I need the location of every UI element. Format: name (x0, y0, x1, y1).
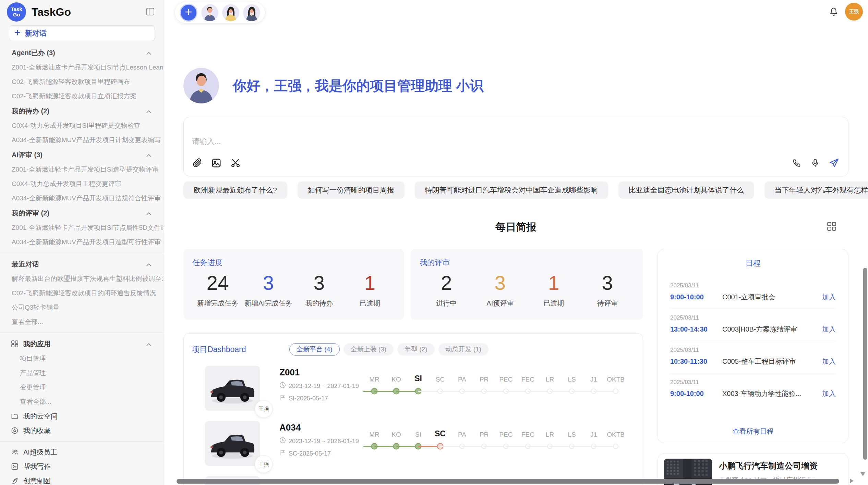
chevron-up-icon (146, 151, 152, 159)
sidebar-section-header[interactable]: 我的评审 (2) (0, 206, 163, 221)
stat-label: AI预评审 (473, 299, 527, 308)
image-button[interactable] (210, 157, 222, 170)
milestone-SC: SC (429, 371, 451, 421)
sidebar-tool-people[interactable]: AI超级员工 (0, 445, 163, 459)
schedule-time: 9:00-10:00 (670, 293, 722, 301)
dashboard-filters: 全新平台 (4)全新上装 (3)年型 (2)动总开发 (1) (289, 343, 489, 356)
scroll-right-arrow[interactable] (850, 478, 854, 483)
flag-icon (279, 394, 286, 402)
sidebar-recent-item[interactable]: 公司Q3轻卡销量 (0, 300, 163, 315)
sidebar-conversation-item[interactable]: C02-飞腾新能源轻客改款项目立项汇报方案 (0, 89, 163, 103)
dashboard-filter-pill[interactable]: 年型 (2) (397, 343, 435, 356)
sidebar-item-cloud[interactable]: 我的云空间 (0, 409, 163, 423)
sidebar-section-header-recent[interactable]: 最近对话 (0, 257, 163, 272)
stat-value: 3 (243, 270, 294, 296)
sidebar-conversation-item[interactable]: A034-全新新能源MUV产品开发项目法规符合性评审 (0, 191, 163, 206)
sidebar-conversation-item[interactable]: A034-全新新能源MUV产品开发项目计划变更表编写 (0, 133, 163, 147)
sidebar-section-header[interactable]: Agent已办 (3) (0, 45, 163, 60)
dashboard-filter-pill[interactable]: 动总开发 (1) (438, 343, 489, 356)
suggestion-chip[interactable]: 当下年轻人对汽车外观有怎样的喜好趋势 (764, 182, 868, 199)
project-row[interactable]: 王强Z0012023-12-19 ~ 2027-01-19SI-2025-05-… (184, 366, 643, 421)
sidebar-app-item[interactable]: 项目管理 (0, 351, 163, 366)
task-progress-card: 任务进度 24新增完成任务3新增AI完成任务3我的待办1已逾期 (183, 249, 404, 320)
attach-button[interactable] (191, 157, 203, 170)
sidebar-tool-feather[interactable]: 创意制图 (0, 474, 163, 485)
project-row[interactable]: 王强A0342023-12-19 ~ 2026-01-19SC-2025-05-… (184, 421, 643, 476)
milestone-PA: PA (451, 371, 473, 421)
microphone-button[interactable] (810, 158, 821, 170)
apps-view-all-link[interactable]: 查看全部... (0, 395, 163, 409)
clock-icon (279, 437, 286, 445)
suggestion-chip[interactable]: 比亚迪全固态电池计划具体说了什么 (618, 182, 754, 199)
new-chat-button[interactable]: 新对话 (9, 25, 155, 41)
scroll-down-arrow[interactable] (860, 472, 865, 476)
screenshot-button[interactable] (230, 157, 241, 170)
clock-icon (279, 382, 286, 390)
daily-brief-title: 每日简报 (183, 219, 848, 235)
vertical-scrollbar[interactable] (863, 268, 867, 460)
sidebar-my-apps-header[interactable]: 我的应用 (0, 336, 163, 351)
stat-cell: 1已逾期 (345, 270, 395, 308)
stat-value: 3 (473, 270, 527, 296)
sidebar-app-item[interactable]: 变更管理 (0, 380, 163, 395)
join-meeting-link[interactable]: 加入 (822, 389, 836, 398)
project-flag-date: SC-2025-05-17 (289, 450, 331, 457)
sidebar-collapse-button[interactable] (145, 7, 156, 18)
project-date-range: 2023-12-19 ~ 2027-01-19 (289, 383, 359, 390)
sidebar-scroll-area: Agent已办 (3)Z001-全新燃油皮卡产品开发项目SI节点Lesson L… (0, 41, 163, 485)
sidebar-conversation-item[interactable]: C0X4-动力总成开发项目SI里程碑提交物检查 (0, 119, 163, 133)
horizontal-scrollbar[interactable] (177, 479, 839, 484)
stat-cell: 2进行中 (420, 270, 473, 308)
stat-value: 3 (294, 270, 345, 296)
milestone-LR: LR (539, 426, 561, 476)
send-button[interactable] (828, 157, 840, 170)
voice-call-button[interactable] (791, 158, 802, 170)
milestone-label: MR (363, 426, 385, 438)
join-meeting-link[interactable]: 加入 (822, 357, 836, 366)
sidebar-conversation-item[interactable]: Z001-全新燃油皮卡产品开发项目SI节点Lesson Learn报告 (0, 60, 163, 75)
phone-icon (792, 158, 801, 169)
sidebar-conversation-item[interactable]: C02-飞腾新能源轻客改款项目里程碑画布 (0, 75, 163, 89)
milestone-label: PEC (495, 371, 517, 383)
content-column: 你好，王强，我是你的项目管理助理 小识 (183, 0, 848, 485)
my-review-stats: 2进行中3AI预评审1已逾期3待评审 (420, 270, 634, 308)
sidebar-conversation-item[interactable]: Z001-全新燃油轻卡产品开发项目SI造型提交物评审 (0, 162, 163, 177)
sidebar-recent-item[interactable]: 解释最新出台的欧盟报废车法规再生塑料比例被调至15%... (0, 272, 163, 286)
sidebar-conversation-item[interactable]: A034-全新新能源MUV产品开发项目造型可行性评审 (0, 235, 163, 249)
view-all-schedule-link[interactable]: 查看所有日程 (658, 427, 848, 436)
join-meeting-link[interactable]: 加入 (822, 293, 836, 302)
chat-input[interactable] (192, 137, 740, 146)
tool-label: 创意制图 (23, 476, 51, 485)
sidebar-item-star[interactable]: 我的收藏 (0, 423, 163, 438)
milestone-LR: LR (539, 371, 561, 421)
suggestion-chip[interactable]: 特朗普可能对进口汽车增税会对中国车企造成哪些影响 (415, 182, 608, 199)
project-owner-badge: 王强 (255, 455, 273, 473)
recent-view-all-link[interactable]: 查看全部... (0, 315, 163, 329)
grid-icon (11, 340, 19, 347)
sidebar-app-item[interactable]: 产品管理 (0, 366, 163, 380)
stat-cell: 3新增AI完成任务 (243, 270, 294, 308)
sidebar-recent-item[interactable]: C02-飞腾新能源轻客改款项目的闭环通告反馈情况 (0, 286, 163, 300)
sidebar-conversation-item[interactable]: Z001-全新燃油轻卡产品开发项目SI节点属性5D文件评审 (0, 221, 163, 235)
greeting-row: 你好，王强，我是你的项目管理助理 小识 (183, 0, 848, 103)
milestone-PR: PR (473, 371, 495, 421)
milestone-MR: MR (363, 371, 385, 421)
milestone-OKTB: OKTB (605, 371, 627, 421)
milestone-label: OKTB (605, 371, 627, 383)
join-meeting-link[interactable]: 加入 (822, 325, 836, 334)
layout-grid-button[interactable] (827, 222, 836, 232)
chevron-up-icon (146, 260, 152, 268)
schedule-item: 2025/03/119:00-10:00X003-车辆动力学性能验...加入 (670, 373, 836, 405)
sidebar-section-header[interactable]: AI评审 (3) (0, 147, 163, 162)
sidebar-conversation-item[interactable]: C0X4-动力总成开发项目工程变更评审 (0, 177, 163, 191)
sidebar-tool-write[interactable]: 帮我写作 (0, 459, 163, 474)
project-dashboard-card: 项目Dashboard 全新平台 (4)全新上装 (3)年型 (2)动总开发 (… (183, 333, 643, 485)
section-title: AI评审 (3) (12, 150, 146, 160)
dashboard-filter-pill[interactable]: 全新平台 (4) (289, 343, 340, 356)
sidebar-section-header[interactable]: 我的待办 (2) (0, 103, 163, 119)
suggestion-chip[interactable]: 欧洲新规最近颁布了什么? (183, 182, 287, 199)
dashboard-filter-pill[interactable]: 全新上装 (3) (343, 343, 394, 356)
milestone-label: PR (473, 426, 495, 438)
suggestion-chip[interactable]: 如何写一份清晰的项目周报 (298, 182, 405, 199)
milestone-LS: LS (561, 371, 583, 421)
